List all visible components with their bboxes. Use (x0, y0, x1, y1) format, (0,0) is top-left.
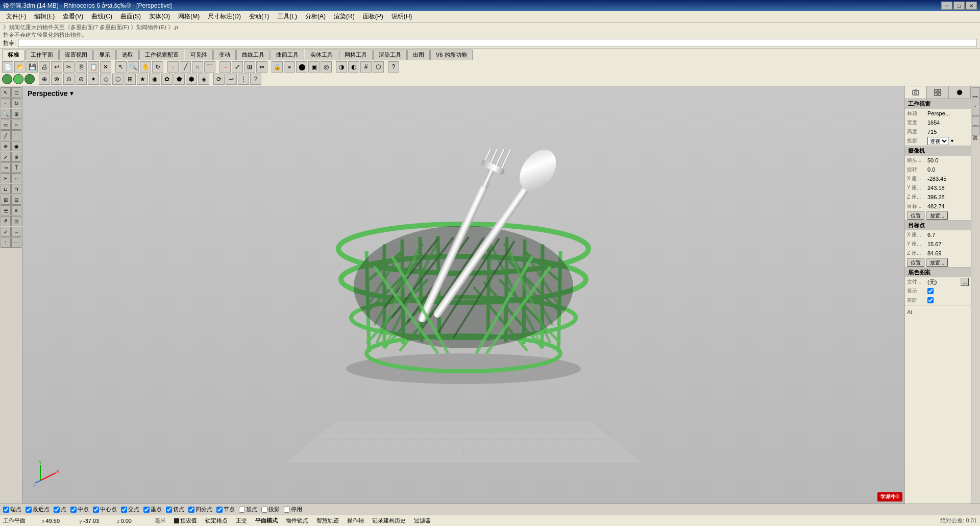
tb-arc[interactable]: ⌒ (204, 61, 215, 73)
fr-tab-coord[interactable]: 座 (972, 116, 980, 126)
sb-check-knot[interactable] (216, 507, 223, 513)
menu-render[interactable]: 渲染(R) (330, 11, 359, 22)
rp-section-viewport-title[interactable]: 工作视窗 (905, 99, 971, 109)
tab-solidtools[interactable]: 实体工具 (305, 50, 338, 60)
menu-curve[interactable]: 曲线(C) (87, 11, 116, 22)
lt-circle2-icon[interactable]: ○ (11, 119, 21, 130)
tb-snap12[interactable]: ⬟ (174, 74, 185, 85)
tab-layout[interactable]: 出图 (407, 50, 430, 60)
lt-join-icon[interactable]: ⊔ (1, 184, 11, 194)
rp-check-show[interactable] (927, 288, 934, 294)
tb-donut[interactable]: ◎ (321, 61, 332, 73)
sb-check-quad[interactable] (188, 507, 194, 513)
menu-analyze[interactable]: 分析(A) (301, 11, 330, 22)
cb-lock[interactable]: 锁定格点 (205, 517, 228, 524)
rp-section-camera-title[interactable]: 摄像机 (905, 146, 971, 156)
scene[interactable]: X Y Z 学犀牛® (22, 86, 904, 504)
tb-help[interactable]: ? (388, 61, 399, 73)
lt-ungroup-icon[interactable]: ⊟ (11, 195, 21, 205)
fr-tab-prop[interactable]: 性 (972, 97, 980, 106)
tab-curvetools[interactable]: 曲线工具 (236, 50, 270, 60)
tb-point[interactable]: · (167, 61, 179, 73)
tab-v6new[interactable]: V6 的新功能 (430, 50, 473, 60)
sb-check-nearest[interactable] (26, 507, 32, 513)
lt-grid2-icon[interactable]: # (1, 216, 11, 226)
tb-rotate[interactable]: ↻ (152, 61, 163, 73)
tab-visibility[interactable]: 可见性 (185, 50, 213, 60)
lt-group-icon[interactable]: ⊞ (1, 195, 11, 205)
lt-arrow-icon[interactable]: → (11, 227, 21, 237)
tb-grid[interactable]: # (360, 61, 372, 73)
tab-setview[interactable]: 设置视图 (59, 50, 93, 60)
tb-open[interactable]: 📂 (14, 61, 26, 73)
tb-lock[interactable]: 🔒 (272, 61, 283, 73)
menu-mesh[interactable]: 网格(M) (174, 11, 204, 22)
tb-snap4[interactable]: ⊘ (76, 74, 87, 85)
tb-zoom[interactable]: 🔍 (128, 61, 139, 73)
rp-tab-camera[interactable] (905, 86, 927, 99)
fr-tab-material[interactable]: 材 (972, 107, 980, 116)
tab-workplane[interactable]: 工作平面 (25, 50, 59, 60)
tb-move[interactable]: ⤢ (232, 61, 243, 73)
cb-ortho[interactable]: 正交 (236, 517, 247, 524)
tb-paste[interactable]: 📋 (88, 61, 99, 73)
tb-delete[interactable]: ✕ (100, 61, 111, 73)
tb-snap13[interactable]: ⬢ (186, 74, 197, 85)
tb-circle[interactable]: ○ (192, 61, 203, 73)
tb-undo[interactable]: ↩ (51, 61, 62, 73)
lt-rotate-icon[interactable]: ↻ (11, 98, 21, 108)
tb-extra4[interactable]: ? (250, 74, 261, 85)
tb-color3[interactable] (24, 74, 35, 84)
viewport-dropdown[interactable]: ▼ (69, 90, 75, 97)
tb-snap8[interactable]: ⊞ (125, 74, 136, 85)
rp-check-gray[interactable] (927, 297, 934, 303)
tab-meshtools[interactable]: 网格工具 (339, 50, 373, 60)
tb-shade2[interactable]: ◐ (348, 61, 359, 73)
lt-zoom-icon[interactable]: 🔍 (1, 109, 11, 119)
tb-snap3[interactable]: ⊙ (63, 74, 75, 85)
rp-tab-color[interactable]: C (949, 86, 971, 99)
lt-check-icon[interactable]: ✓ (1, 227, 11, 237)
tb-color1[interactable] (2, 74, 12, 84)
sb-check-endpoint[interactable] (3, 507, 9, 513)
rp-btn-pos[interactable]: 位置 (907, 211, 924, 220)
tb-snap14[interactable]: ◈ (198, 74, 209, 85)
rp-btn-file-browse[interactable]: … (961, 278, 969, 286)
tb-snap11[interactable]: ✿ (161, 74, 173, 85)
tab-select[interactable]: 选取 (116, 50, 139, 60)
tb-shade1[interactable]: ◑ (336, 61, 347, 73)
fr-tab-help[interactable]: 说 (972, 126, 980, 135)
lt-scale2-icon[interactable]: ⊗ (11, 152, 21, 162)
lt-line2-icon[interactable]: ╱ (1, 130, 11, 140)
sb-check-tan[interactable] (166, 507, 172, 513)
menu-view[interactable]: 查看(V) (59, 11, 87, 22)
menu-tools[interactable]: 工具(L) (273, 11, 301, 22)
tab-surfacetools[interactable]: 曲面工具 (271, 50, 304, 60)
tb-snap1[interactable]: ⊕ (39, 74, 50, 85)
sb-check-center[interactable] (93, 507, 99, 513)
tb-line[interactable]: ╱ (180, 61, 191, 73)
menu-surface[interactable]: 曲面(S) (116, 11, 145, 22)
cb-opaxis[interactable]: 操作轴 (347, 517, 364, 524)
cb-record[interactable]: 记录建构历史 (372, 517, 406, 524)
lt-mirror2-icon[interactable]: ⊕ (1, 141, 11, 151)
lt-prop-icon[interactable]: ≡ (11, 205, 21, 216)
lt-curve-icon[interactable]: ⌒ (11, 130, 21, 140)
rp-select-proj[interactable]: 透视平行 (927, 137, 949, 145)
lt-misc2-icon[interactable]: ⋯ (11, 237, 21, 248)
menu-file[interactable]: 文件(F) (2, 11, 30, 22)
lt-move2-icon[interactable]: ⤢ (1, 152, 11, 162)
sb-check-disable[interactable] (284, 507, 290, 513)
tab-vpconfig[interactable]: 工作视窗配置 (139, 50, 184, 60)
minimize-button[interactable]: ─ (941, 2, 952, 10)
lt-extend-icon[interactable]: ↔ (11, 173, 21, 183)
cb-flat[interactable]: 平面模式 (255, 517, 278, 524)
tb-red-arrow[interactable]: → (219, 61, 231, 73)
lt-point-icon[interactable]: · (1, 98, 11, 108)
tb-snap6[interactable]: ◇ (100, 74, 111, 85)
sb-check-midpoint[interactable] (70, 507, 77, 513)
tab-standard[interactable]: 标准 (2, 50, 24, 60)
tb-snap2[interactable]: ⊗ (51, 74, 62, 85)
sb-check-point[interactable] (54, 507, 60, 513)
sb-check-perp[interactable] (143, 507, 150, 513)
